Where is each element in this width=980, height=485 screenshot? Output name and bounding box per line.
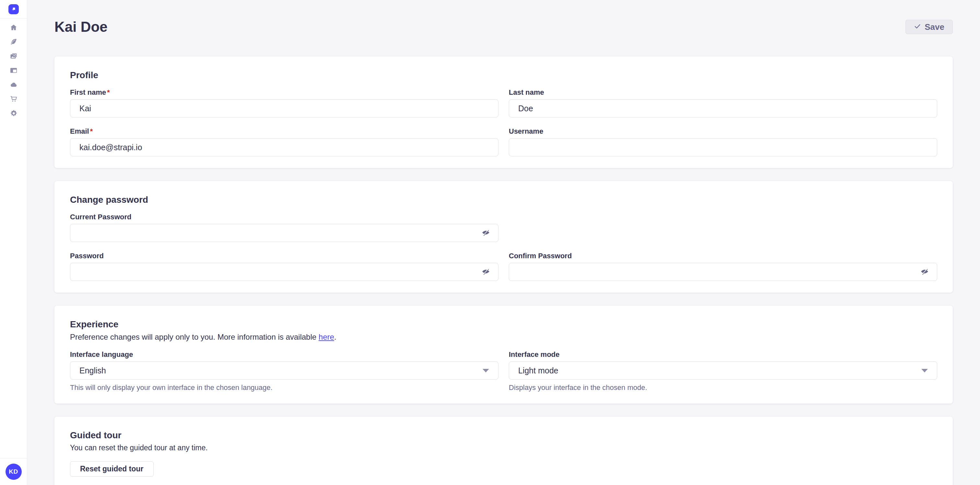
strapi-logo-icon (8, 4, 19, 14)
last-name-label: Last name (509, 88, 937, 97)
username-label: Username (509, 127, 937, 136)
strapi-admin-app: KD Kai Doe Save Profile First name* (0, 0, 980, 485)
sidebar-item-media-library[interactable] (8, 51, 19, 61)
sidebar-item-content-type-builder[interactable] (8, 65, 19, 76)
spacer-cell (509, 213, 937, 242)
home-icon (10, 24, 18, 32)
sidebar-item-content-manager[interactable] (8, 37, 19, 47)
interface-mode-label: Interface mode (509, 350, 937, 359)
gear-icon (10, 109, 18, 117)
guided-tour-description: You can reset the guided tour at any tim… (70, 443, 937, 452)
interface-mode-field-group: Interface mode Light mode Displays your … (509, 350, 937, 392)
username-field-group: Username (509, 127, 937, 156)
sidebar-footer: KD (0, 458, 27, 485)
experience-grid: Interface language English This will onl… (70, 350, 937, 392)
guided-tour-heading: Guided tour (70, 429, 937, 441)
sidebar-item-home[interactable] (8, 22, 19, 33)
first-name-input[interactable] (70, 99, 498, 117)
chevron-down-icon (482, 369, 489, 372)
profile-heading: Profile (70, 69, 937, 81)
email-field-group: Email* (70, 127, 498, 156)
page-title: Kai Doe (54, 18, 108, 36)
eye-off-icon (482, 228, 490, 238)
password-field-group: Password (70, 252, 498, 281)
interface-language-field-group: Interface language English This will onl… (70, 350, 498, 392)
page-header: Kai Doe Save (54, 0, 953, 36)
sidebar-nav (8, 19, 19, 118)
interface-mode-select[interactable]: Light mode (509, 361, 937, 380)
more-information-link[interactable]: here (318, 332, 334, 341)
layout-icon (10, 67, 18, 74)
required-marker: * (90, 127, 93, 136)
interface-language-value: English (80, 366, 106, 375)
interface-mode-value: Light mode (518, 366, 558, 375)
profile-grid: First name* Last name Email* (70, 88, 937, 156)
email-input[interactable] (70, 138, 498, 156)
current-password-label: Current Password (70, 213, 498, 221)
cart-icon (10, 95, 18, 103)
current-password-field-group: Current Password (70, 213, 498, 242)
eye-off-icon (920, 267, 929, 277)
sidebar-item-marketplace[interactable] (8, 94, 19, 104)
interface-language-hint: This will only display your own interfac… (70, 383, 498, 392)
experience-heading: Experience (70, 319, 937, 330)
experience-card: Experience Preference changes will apply… (54, 306, 953, 404)
sidebar: KD (0, 0, 27, 485)
avatar[interactable]: KD (5, 464, 22, 480)
required-marker: * (107, 88, 110, 97)
first-name-field-group: First name* (70, 88, 498, 117)
save-button-label: Save (924, 22, 944, 32)
interface-mode-hint: Displays your interface in the chosen mo… (509, 383, 937, 392)
password-label: Password (70, 252, 498, 260)
username-input[interactable] (509, 138, 937, 156)
last-name-input[interactable] (509, 99, 937, 117)
last-name-field-group: Last name (509, 88, 937, 117)
save-button[interactable]: Save (905, 20, 953, 34)
confirm-password-label: Confirm Password (509, 252, 937, 260)
confirm-password-input[interactable] (509, 263, 937, 281)
interface-language-select[interactable]: English (70, 361, 498, 380)
feather-icon (10, 38, 18, 46)
first-name-label: First name* (70, 88, 498, 97)
experience-description: Preference changes will apply only to yo… (70, 332, 937, 342)
toggle-confirm-password-visibility-button[interactable] (919, 266, 930, 278)
current-password-input[interactable] (70, 224, 498, 242)
change-password-heading: Change password (70, 194, 937, 206)
guided-tour-card: Guided tour You can reset the guided tou… (54, 416, 953, 485)
main-content: Kai Doe Save Profile First name* (27, 0, 980, 485)
sidebar-item-settings[interactable] (8, 108, 19, 118)
password-input[interactable] (70, 263, 498, 281)
eye-off-icon (482, 267, 490, 277)
sidebar-item-cloud[interactable] (8, 80, 19, 90)
reset-guided-tour-button[interactable]: Reset guided tour (70, 461, 154, 477)
check-icon (914, 22, 921, 32)
chevron-down-icon (921, 369, 928, 372)
interface-language-label: Interface language (70, 350, 498, 359)
images-icon (10, 52, 18, 60)
strapi-logo-link[interactable] (0, 0, 27, 19)
change-password-card: Change password Current Password (54, 181, 953, 293)
toggle-current-password-visibility-button[interactable] (480, 227, 491, 238)
change-password-grid: Current Password (70, 213, 937, 281)
cloud-icon (10, 81, 18, 89)
email-label: Email* (70, 127, 498, 136)
confirm-password-field-group: Confirm Password (509, 252, 937, 281)
profile-card: Profile First name* Last name Email (54, 56, 953, 168)
toggle-password-visibility-button[interactable] (480, 266, 491, 278)
